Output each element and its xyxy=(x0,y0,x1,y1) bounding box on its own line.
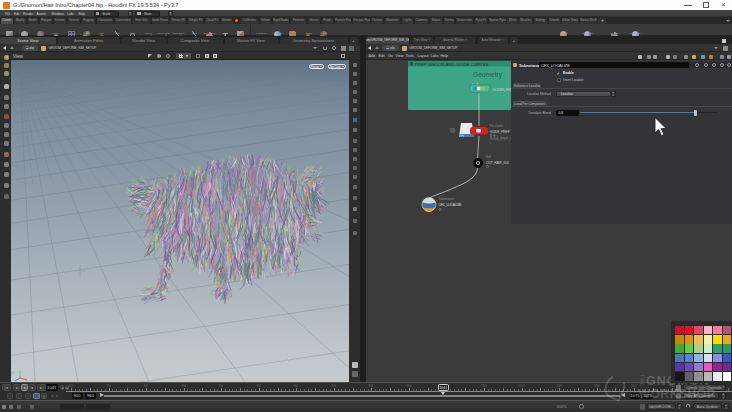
svg-text:GUIDES_PRE: GUIDES_PRE xyxy=(493,88,513,92)
svg-text:PREP GROOM AND GUIDE CURVES: PREP GROOM AND GUIDE CURVES xyxy=(415,62,489,67)
svg-text:OUT_HAIR_GUI: OUT_HAIR_GUI xyxy=(486,161,509,165)
svg-text:Null: Null xyxy=(486,155,491,159)
svg-text:CFX_LOCALIZE: CFX_LOCALIZE xyxy=(439,203,462,207)
svg-text:Subnetwork: Subnetwork xyxy=(439,197,455,201)
svg-text:Geometry: Geometry xyxy=(473,71,503,79)
svg-text:GUIDE_PREP: GUIDE_PREP xyxy=(490,130,510,134)
svg-text:s: s xyxy=(490,141,492,145)
svg-text:File Cache: File Cache xyxy=(490,124,504,128)
